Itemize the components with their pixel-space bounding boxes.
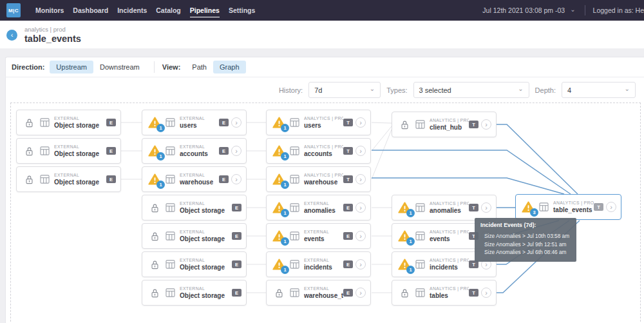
depth-value: 4	[567, 86, 625, 94]
logged-in-user[interactable]: Logged in as: He	[593, 6, 644, 14]
expand-chevron-icon[interactable]: ›	[355, 202, 366, 213]
app-logo[interactable]: M|C	[6, 3, 21, 17]
lock-icon	[151, 203, 159, 213]
view-graph-button[interactable]: Graph	[213, 61, 246, 73]
lineage-node-ext-obj-5[interactable]: EXTERNALObject storageE	[142, 223, 247, 249]
direction-upstream-button[interactable]: Upstream	[50, 61, 93, 73]
incident-count-badge: 1	[281, 209, 289, 217]
lineage-node-prod-warehouse[interactable]: 1ANALYTICS | PROD_...warehouseT›	[266, 166, 371, 192]
expand-chevron-icon[interactable]: ›	[231, 146, 242, 156]
lineage-node-ext-warehouse-tables[interactable]: EXTERNALwarehouse_tablesE›	[266, 280, 371, 306]
node-text: EXTERNALObject storage	[180, 230, 225, 242]
node-status-locked	[22, 172, 36, 186]
view-path-button[interactable]: Path	[185, 61, 213, 73]
direction-downstream-button[interactable]: Downstream	[93, 61, 146, 73]
date-range-picker[interactable]: Jul 12th 2021 03:08 pm -03 ⌄	[482, 6, 575, 14]
expand-chevron-icon[interactable]: ›	[355, 117, 366, 128]
expand-chevron-icon[interactable]: ›	[231, 174, 242, 184]
node-right: T›	[343, 117, 366, 128]
nav-item-catalog[interactable]: Catalog	[151, 0, 185, 21]
node-right: T›	[343, 174, 366, 184]
depth-label: Depth:	[535, 86, 556, 94]
lineage-node-prod-anomalies[interactable]: 1ANALYTICS | PROD_...anomaliesT›	[392, 195, 497, 220]
table-icon	[290, 203, 299, 212]
back-button[interactable]: ‹	[6, 30, 17, 41]
node-type-badge: E	[106, 175, 116, 183]
lineage-node-ext-obj-6[interactable]: EXTERNALObject storageE	[142, 251, 247, 277]
lineage-node-prod-tables[interactable]: ANALYTICS | PROD_...tablesT›	[392, 280, 497, 306]
node-right: E›	[219, 174, 242, 184]
lineage-edge	[497, 124, 578, 194]
history-label: History:	[279, 86, 303, 94]
node-catalog-label: EXTERNAL	[180, 258, 225, 262]
node-type-badge: T	[343, 147, 353, 155]
expand-chevron-icon[interactable]: ›	[355, 288, 366, 298]
types-label: Types:	[386, 86, 407, 94]
node-right: E	[106, 119, 116, 126]
node-status-locked	[147, 257, 162, 271]
node-right: E	[106, 175, 116, 183]
types-value: 3 selected	[419, 86, 518, 94]
lineage-node-ext-warehouse[interactable]: 1EXTERNALwarehouseE›	[142, 166, 247, 192]
lineage-node-ext-events[interactable]: 1EXTERNALeventsE›	[266, 223, 371, 249]
nav-item-incidents[interactable]: Incidents	[113, 0, 151, 21]
lineage-edge	[372, 126, 392, 151]
node-text: EXTERNALusers	[180, 116, 205, 129]
lineage-node-prod-users[interactable]: 1ANALYTICS | PROD_...usersT›	[266, 110, 371, 135]
lineage-node-ext-users[interactable]: 1EXTERNALusersE›	[142, 110, 247, 135]
lineage-node-prod-client-hub[interactable]: ANALYTICS | PRODclient_hubT›	[392, 112, 497, 137]
table-icon-wrap	[415, 120, 425, 129]
expand-chevron-icon[interactable]: ›	[355, 146, 366, 156]
nav-item-pipelines[interactable]: Pipelines	[185, 0, 224, 21]
lineage-node-ext-accounts[interactable]: 1EXTERNALaccountsE›	[142, 138, 247, 164]
expand-chevron-icon[interactable]: ›	[355, 174, 366, 184]
nav-item-settings[interactable]: Settings	[224, 0, 260, 21]
table-icon-wrap	[166, 260, 175, 269]
tooltip-title: Incident Events (7d):	[480, 222, 571, 228]
lineage-node-ext-obj-2[interactable]: EXTERNALObject storageE	[16, 138, 121, 164]
node-name: events	[304, 235, 329, 242]
lineage-node-ext-incidents[interactable]: 1EXTERNALincidentsE›	[266, 251, 371, 277]
lock-icon	[151, 288, 159, 298]
lineage-node-ext-obj-7[interactable]: EXTERNALObject storageE	[142, 280, 247, 306]
nav-divider	[585, 5, 585, 15]
lock-icon	[25, 118, 33, 128]
history-value: 7d	[314, 86, 370, 94]
lineage-node-prod-accounts[interactable]: 1ANALYTICS | PROD_...accountsT›	[266, 138, 371, 164]
node-text: EXTERNALwarehouse	[180, 173, 213, 186]
incident-count-badge: 3	[530, 208, 538, 217]
expand-chevron-icon[interactable]: ›	[481, 288, 491, 298]
lineage-node-ext-obj-4[interactable]: EXTERNALObject storageE	[142, 195, 247, 220]
main-menu: Monitors Dashboard Incidents Catalog Pip…	[31, 0, 260, 21]
node-type-badge: T	[469, 204, 478, 211]
table-icon-wrap	[415, 203, 425, 212]
expand-chevron-icon[interactable]: ›	[606, 202, 616, 212]
node-type-badge: E	[343, 260, 353, 268]
node-name: Object storage	[180, 235, 225, 242]
types-select[interactable]: 3 selected ⌄	[413, 82, 529, 98]
depth-select[interactable]: 4 ⌄	[562, 82, 636, 98]
nav-item-monitors[interactable]: Monitors	[31, 0, 68, 21]
table-icon-wrap	[166, 203, 175, 212]
expand-chevron-icon[interactable]: ›	[481, 119, 491, 130]
lineage-node-ext-anomalies[interactable]: 1EXTERNALanomaliesE›	[266, 195, 371, 220]
lineage-node-ext-obj-1[interactable]: EXTERNALObject storageE	[16, 110, 121, 135]
nav-item-dashboard[interactable]: Dashboard	[68, 0, 113, 21]
history-select[interactable]: 7d ⌄	[308, 82, 381, 98]
node-name: client_hub	[430, 124, 469, 131]
table-icon	[166, 231, 175, 240]
table-icon	[166, 288, 175, 297]
lineage-node-ext-obj-3[interactable]: EXTERNALObject storageE	[16, 166, 121, 192]
node-catalog-label: ANALYTICS | PROD	[430, 118, 469, 122]
node-name: Object storage	[180, 292, 225, 299]
node-status-warning: 1	[147, 115, 162, 130]
node-text: ANALYTICS | PROD_...tables	[430, 286, 469, 299]
table-icon	[166, 203, 175, 212]
lineage-node-prod-table-events[interactable]: 3ANALYTICS | PRODtable_eventsT›	[515, 194, 621, 220]
expand-chevron-icon[interactable]: ›	[231, 117, 242, 128]
node-type-badge: T	[594, 203, 603, 211]
expand-chevron-icon[interactable]: ›	[355, 231, 366, 241]
node-status-warning: 1	[397, 257, 412, 271]
expand-chevron-icon[interactable]: ›	[481, 202, 491, 213]
expand-chevron-icon[interactable]: ›	[355, 259, 366, 269]
